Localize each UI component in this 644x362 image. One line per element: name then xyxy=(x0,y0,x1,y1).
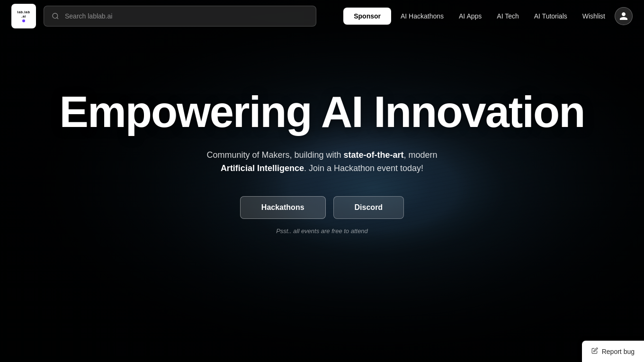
hackathons-button[interactable]: Hackathons xyxy=(240,196,326,219)
logo-inner: lab.lab .ai xyxy=(13,10,34,22)
nav-link-ai-hackathons[interactable]: AI Hackathons xyxy=(395,9,449,24)
svg-point-0 xyxy=(53,13,58,18)
report-bug-label: Report bug xyxy=(602,348,635,355)
subtitle-line2-rest: . Join a Hackathon event today! xyxy=(304,163,423,173)
hero-title: Empowering AI Innovation xyxy=(60,89,585,135)
cta-buttons: Hackathons Discord xyxy=(240,196,404,219)
search-bar xyxy=(44,6,316,27)
subtitle-bold: state-of-the-art xyxy=(344,150,404,160)
report-bug-button[interactable]: Report bug xyxy=(582,341,644,362)
nav-link-ai-apps[interactable]: AI Apps xyxy=(453,9,487,24)
nav-left: lab.lab .ai xyxy=(11,4,316,28)
search-input[interactable] xyxy=(65,12,308,20)
hero-section: Empowering AI Innovation Community of Ma… xyxy=(0,32,644,235)
hero-subtitle: Community of Makers, building with state… xyxy=(206,148,437,176)
logo-text: lab.lab xyxy=(17,10,30,14)
discord-button[interactable]: Discord xyxy=(333,196,404,219)
free-events-text: Psst.. all events are free to attend xyxy=(276,227,368,235)
user-avatar[interactable] xyxy=(615,7,633,25)
nav-link-ai-tutorials[interactable]: AI Tutorials xyxy=(528,9,573,24)
nav-right: Sponsor AI Hackathons AI Apps AI Tech AI… xyxy=(343,7,633,25)
logo[interactable]: lab.lab .ai xyxy=(11,4,36,28)
subtitle-line2-bold: Artificial Intelligence xyxy=(221,163,304,173)
logo-text-2: .ai xyxy=(21,14,26,18)
sponsor-button[interactable]: Sponsor xyxy=(343,8,391,25)
navbar: lab.lab .ai Sponsor AI Hackathons AI App… xyxy=(0,0,644,32)
svg-line-1 xyxy=(57,18,58,19)
pencil-icon xyxy=(591,347,598,355)
nav-link-wishlist[interactable]: Wishlist xyxy=(577,9,611,24)
search-icon xyxy=(52,12,59,20)
logo-dot xyxy=(22,19,25,22)
nav-link-ai-tech[interactable]: AI Tech xyxy=(491,9,524,24)
subtitle-part2: , modern xyxy=(404,150,438,160)
subtitle-part1: Community of Makers, building with xyxy=(206,150,343,160)
